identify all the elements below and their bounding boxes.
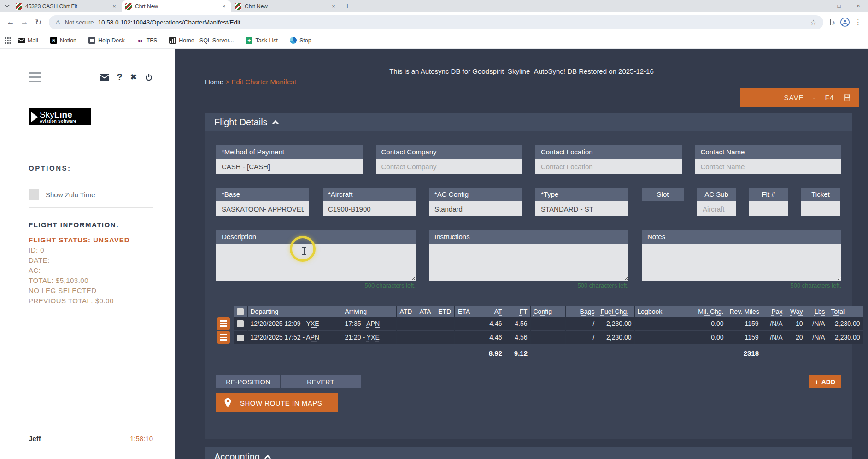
- way-cell[interactable]: 20: [786, 330, 806, 344]
- breadcrumb-home[interactable]: Home: [205, 78, 223, 86]
- col-lbs[interactable]: Lbs: [806, 306, 828, 317]
- airport-code[interactable]: YXE: [367, 334, 380, 341]
- col-pax[interactable]: Pax: [762, 306, 786, 317]
- browser-menu-icon[interactable]: ⋮: [855, 18, 862, 26]
- profile-avatar-icon[interactable]: [840, 17, 850, 27]
- drag-handle-icon[interactable]: [217, 331, 230, 344]
- bookmark-help-desk[interactable]: Help Desk: [88, 37, 125, 44]
- maximize-button[interactable]: □: [829, 0, 849, 12]
- bags-cell[interactable]: /: [565, 317, 598, 330]
- tab-search-button[interactable]: [2, 5, 12, 7]
- col-departing[interactable]: Departing: [247, 306, 342, 317]
- add-leg-button[interactable]: + ADD: [809, 375, 841, 388]
- col-config[interactable]: Config: [530, 306, 565, 317]
- col-atd[interactable]: ATD: [396, 306, 416, 317]
- mil-chg-cell[interactable]: 0.00: [676, 330, 727, 344]
- apps-grid-icon[interactable]: [5, 37, 11, 44]
- contact-company-input[interactable]: [376, 159, 522, 174]
- flt-number-input[interactable]: [749, 201, 788, 216]
- ticket-input[interactable]: [801, 201, 840, 216]
- rev-miles-cell[interactable]: 1159: [727, 330, 762, 344]
- config-cell[interactable]: [530, 317, 565, 330]
- logbook-cell[interactable]: [634, 330, 676, 344]
- tab-close-icon[interactable]: ×: [330, 3, 337, 10]
- aircraft-input[interactable]: [323, 201, 416, 216]
- etd-cell[interactable]: [435, 317, 454, 330]
- show-zulu-checkbox[interactable]: [29, 189, 39, 200]
- browser-tab-1[interactable]: 45323 CASH Chrt Flt ×: [12, 0, 122, 12]
- pax-cell[interactable]: /N/A: [762, 330, 786, 344]
- eta-cell[interactable]: [454, 317, 474, 330]
- new-tab-button[interactable]: +: [341, 0, 354, 12]
- col-bags[interactable]: Bags: [565, 306, 598, 317]
- bags-cell[interactable]: /: [565, 330, 598, 344]
- atd-cell[interactable]: [396, 330, 416, 344]
- bookmark-notion[interactable]: N Notion: [50, 37, 76, 44]
- bookmark-mail[interactable]: Mail: [18, 37, 38, 44]
- at-cell[interactable]: 4.46: [474, 317, 505, 330]
- bookmark-task-list[interactable]: + Task List: [246, 37, 278, 44]
- contact-name-input[interactable]: [695, 159, 842, 174]
- eta-cell[interactable]: [454, 330, 474, 344]
- ata-cell[interactable]: [416, 330, 435, 344]
- rev-miles-cell[interactable]: 1159: [727, 317, 762, 330]
- base-input[interactable]: [216, 201, 309, 216]
- airport-code[interactable]: YXE: [306, 320, 319, 327]
- leg-row-checkbox[interactable]: [237, 335, 244, 341]
- power-icon[interactable]: [145, 73, 153, 82]
- col-etd[interactable]: ETD: [435, 306, 454, 317]
- reposition-button[interactable]: RE-POSITION: [216, 375, 280, 388]
- way-cell[interactable]: 10: [786, 317, 806, 330]
- instructions-textarea[interactable]: [429, 244, 628, 281]
- col-mil-chg[interactable]: Mil. Chg.: [676, 306, 727, 317]
- pax-cell[interactable]: /N/A: [762, 317, 786, 330]
- ac-sub-input[interactable]: [697, 201, 736, 216]
- at-cell[interactable]: 4.46: [474, 330, 505, 344]
- col-way[interactable]: Way: [786, 306, 806, 317]
- close-button[interactable]: ×: [849, 0, 868, 12]
- url-text[interactable]: 10.58.0.102:10043/Operations/CharterMani…: [98, 19, 806, 26]
- col-arriving[interactable]: Arriving: [342, 306, 396, 317]
- col-fuel-chg[interactable]: Fuel Chg.: [598, 306, 634, 317]
- col-at[interactable]: AT: [474, 306, 505, 317]
- type-input[interactable]: [535, 201, 628, 216]
- media-controls-icon[interactable]: ♪: [830, 19, 836, 25]
- envelope-icon[interactable]: [100, 74, 109, 81]
- col-ata[interactable]: ATA: [416, 306, 435, 317]
- bookmark-stop[interactable]: Stop: [290, 37, 311, 44]
- total-cell[interactable]: 2,230.00: [828, 317, 863, 330]
- security-label[interactable]: Not secure: [65, 19, 94, 26]
- bookmark-star-icon[interactable]: ☆: [810, 18, 816, 27]
- description-textarea[interactable]: [216, 244, 416, 281]
- fuel-chg-cell[interactable]: 2,230.00: [598, 317, 634, 330]
- address-bar[interactable]: ⚠ Not secure 10.58.0.102:10043/Operation…: [49, 15, 823, 29]
- config-cell[interactable]: [530, 330, 565, 344]
- fuel-chg-cell[interactable]: 2,230.00: [598, 330, 634, 344]
- ft-cell[interactable]: 4.56: [505, 317, 530, 330]
- drag-handle-icon[interactable]: [217, 317, 230, 330]
- airport-code[interactable]: APN: [366, 320, 380, 327]
- flight-details-header[interactable]: Flight Details: [205, 113, 852, 131]
- etd-cell[interactable]: [435, 330, 454, 344]
- browser-tab-2-active[interactable]: Chrt New ×: [122, 0, 231, 12]
- select-all-checkbox[interactable]: [237, 308, 244, 315]
- col-rev-miles[interactable]: Rev. Miles: [727, 306, 762, 317]
- col-eta[interactable]: ETA: [454, 306, 474, 317]
- accounting-header[interactable]: Accounting: [205, 447, 852, 459]
- revert-button[interactable]: REVERT: [281, 375, 361, 388]
- notes-textarea[interactable]: [642, 244, 841, 281]
- ata-cell[interactable]: [416, 317, 435, 330]
- col-logbook[interactable]: Logbook: [634, 306, 676, 317]
- contact-location-input[interactable]: [535, 159, 682, 174]
- mil-chg-cell[interactable]: 0.00: [676, 317, 727, 330]
- tab-close-icon[interactable]: ×: [220, 3, 228, 10]
- atd-cell[interactable]: [396, 317, 416, 330]
- reload-icon[interactable]: ↻: [31, 15, 45, 29]
- browser-tab-3[interactable]: Chrt New ×: [231, 0, 341, 12]
- show-route-in-maps-button[interactable]: SHOW ROUTE IN MAPS: [216, 393, 338, 412]
- col-ft[interactable]: FT: [505, 306, 530, 317]
- lbs-cell[interactable]: /N/A: [806, 330, 828, 344]
- airport-code[interactable]: APN: [306, 334, 319, 341]
- bookmark-tfs[interactable]: ∞ TFS: [137, 37, 158, 44]
- back-icon[interactable]: ←: [4, 15, 18, 29]
